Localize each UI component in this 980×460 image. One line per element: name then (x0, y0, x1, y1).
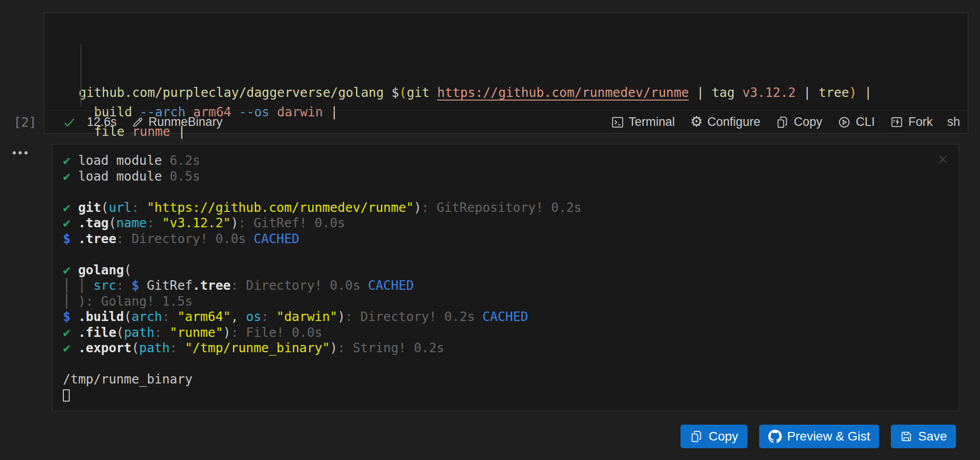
language-label: sh (947, 115, 960, 129)
output-line: ✔ git(url: "https://github.com/runmedev/… (63, 200, 950, 216)
code-line: github.com/purpleclay/daggerverse/golang… (79, 83, 959, 102)
duration-label: 12.6s (87, 115, 117, 129)
indent-guide (81, 44, 81, 107)
output-panel: ✔ load module 6.2s✔ load module 0.5s ✔ g… (52, 144, 959, 411)
output-line (63, 247, 950, 263)
github-icon (768, 430, 782, 443)
save-button[interactable]: Save (891, 425, 956, 448)
action-terminal[interactable]: Terminal (611, 115, 675, 129)
action-cli[interactable]: CLI (837, 115, 875, 129)
save-icon (900, 430, 913, 443)
cell-name-label: RunmeBinary (148, 115, 223, 129)
action-label: CLI (856, 115, 875, 129)
action-fork[interactable]: Fork (890, 115, 932, 129)
copy-icon (775, 115, 789, 129)
output-line: ✔ .tag(name: "v3.12.2"): GitRef! 0.0s (63, 216, 950, 231)
output-line: $ .tree: Directory! 0.0s CACHED (63, 231, 950, 247)
output-line: ✔ golang( (63, 263, 950, 278)
terminal-icon (611, 115, 624, 129)
output-line: /tmp/runme_binary (63, 372, 950, 388)
action-copy[interactable]: Copy (775, 115, 822, 129)
action-label: Terminal (629, 115, 675, 129)
execution-count: [2] (14, 115, 37, 130)
output-line: ✔ load module 6.2s (63, 153, 950, 169)
pencil-icon (131, 116, 144, 129)
output-line (63, 388, 950, 403)
fork-icon (890, 115, 904, 129)
check-icon (62, 115, 76, 129)
output-line: ✔ .file(path: "runme"): File! 0.0s (63, 325, 950, 341)
copy-icon (690, 430, 703, 443)
footer-buttons: CopyPreview & GistSave (680, 425, 956, 448)
code-cell: github.com/purpleclay/daggerverse/golang… (44, 12, 968, 134)
play-circle-icon (837, 115, 851, 129)
cell-status-bar: 12.6s RunmeBinary Terminal⚙ConfigureCopy… (44, 110, 968, 133)
output-line: │ ): Golang! 1.5s (63, 294, 950, 310)
button-label: Preview & Gist (787, 429, 871, 444)
ellipsis-icon[interactable] (13, 151, 28, 154)
action-label: Configure (707, 115, 760, 129)
action-configure[interactable]: ⚙Configure (690, 115, 761, 129)
output-line (63, 356, 950, 372)
output-lines: ✔ load module 6.2s✔ load module 0.5s ✔ g… (63, 153, 950, 403)
button-label: Save (918, 429, 947, 444)
close-icon[interactable] (937, 153, 949, 165)
output-line (63, 184, 950, 200)
action-label: Copy (794, 115, 822, 129)
preview-gist-button[interactable]: Preview & Gist (759, 425, 880, 448)
output-line: │ │ src: $ GitRef.tree: Directory! 0.0s … (63, 278, 950, 294)
output-line: ✔ .export(path: "/tmp/runme_binary"): St… (63, 340, 950, 356)
button-label: Copy (709, 429, 738, 444)
copy-button[interactable]: Copy (680, 425, 747, 448)
action-label: Fork (908, 115, 932, 129)
cell-toolbar-actions: Terminal⚙ConfigureCopyCLIFork (595, 115, 933, 129)
code-editor[interactable]: github.com/purpleclay/daggerverse/golang… (44, 13, 968, 111)
output-line: $ .build(arch: "arm64", os: "darwin"): D… (63, 309, 950, 325)
cell-name[interactable]: RunmeBinary (131, 115, 223, 129)
output-line: ✔ load module 0.5s (63, 169, 950, 185)
gear-icon: ⚙ (690, 115, 703, 129)
